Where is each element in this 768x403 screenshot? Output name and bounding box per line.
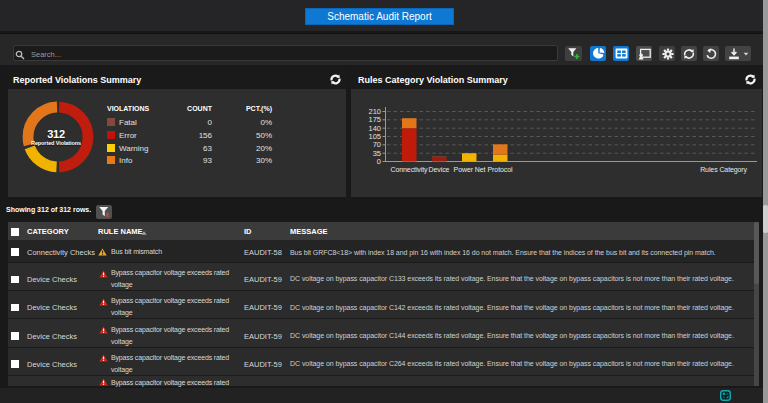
svg-text:Protocol: Protocol — [488, 166, 513, 173]
svg-text:Power Net: Power Net — [454, 166, 486, 173]
svg-text:Rules Category: Rules Category — [700, 166, 747, 174]
svg-text:Connectivity: Connectivity — [391, 166, 429, 174]
svg-text:Device: Device — [429, 166, 450, 173]
svg-text:x: x — [105, 211, 109, 218]
svg-text:0: 0 — [377, 157, 381, 166]
